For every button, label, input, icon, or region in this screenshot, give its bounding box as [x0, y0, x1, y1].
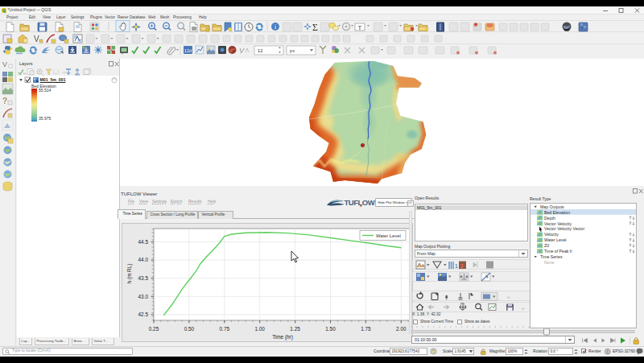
svg-text:V: V — [34, 35, 39, 43]
svg-text:?: ? — [2, 97, 7, 105]
svg-text:42.5: 42.5 — [138, 311, 149, 317]
svg-text:»: » — [507, 295, 510, 299]
svg-text:44.0: 44.0 — [138, 257, 149, 262]
svg-text:Depth: Depth — [544, 216, 555, 221]
svg-text:Water Level: Water Level — [376, 233, 401, 238]
svg-text:43.5: 43.5 — [138, 275, 149, 281]
svg-text:h (m RL): h (m RL) — [126, 264, 133, 284]
svg-text:Time (hr): Time (hr) — [272, 334, 293, 340]
svg-text:T: T — [358, 24, 362, 31]
svg-text:43.0: 43.0 — [138, 294, 149, 299]
svg-text:1.75: 1.75 — [361, 326, 371, 332]
svg-text:↟: ↟ — [444, 295, 449, 300]
svg-text:Vector Velocity Vector: Vector Velocity Vector — [544, 226, 584, 231]
svg-text:12: 12 — [258, 48, 263, 53]
svg-text:Σ: Σ — [312, 22, 318, 33]
svg-text:12d: 12d — [184, 48, 192, 53]
svg-text:V: V — [2, 60, 7, 68]
svg-text:1.50: 1.50 — [325, 326, 336, 332]
svg-text:Map Outputs: Map Outputs — [540, 204, 564, 209]
svg-text:1.25: 1.25 — [290, 326, 300, 332]
svg-text:2.00: 2.00 — [396, 326, 407, 332]
svg-text:Bed Elevation: Bed Elevation — [544, 210, 570, 215]
svg-text:TUFLOW: TUFLOW — [345, 198, 375, 207]
svg-text:Time of Peak h: Time of Peak h — [544, 249, 572, 254]
svg-text:0.75: 0.75 — [220, 326, 230, 332]
svg-text:1: 1 — [455, 263, 458, 269]
svg-text:Water Level: Water Level — [544, 237, 567, 242]
svg-text:44.5: 44.5 — [138, 239, 149, 245]
svg-text:None: None — [544, 260, 555, 265]
svg-text:Velocity: Velocity — [544, 232, 559, 237]
svg-text:Z0: Z0 — [544, 243, 549, 248]
svg-text:px: px — [290, 48, 295, 53]
svg-text:0.25: 0.25 — [149, 326, 159, 332]
svg-text:»: » — [522, 306, 525, 311]
svg-text:2: 2 — [460, 263, 464, 269]
svg-text:1.00: 1.00 — [254, 326, 265, 332]
svg-text:V: V — [239, 47, 245, 55]
svg-text:Vector Velocity: Vector Velocity — [544, 221, 572, 226]
svg-text:Time Series: Time Series — [540, 254, 563, 259]
svg-text:0.50: 0.50 — [184, 326, 195, 332]
